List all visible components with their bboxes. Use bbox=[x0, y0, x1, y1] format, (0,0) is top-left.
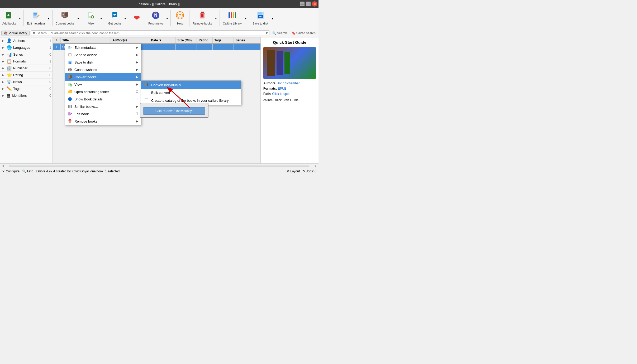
search-button[interactable]: 🔍 Search bbox=[271, 31, 289, 36]
col-size-header[interactable]: Size (MB) bbox=[176, 37, 197, 43]
ctx-open-folder-label: Open containing folder bbox=[74, 90, 134, 94]
series-icon: 📊 bbox=[7, 52, 12, 57]
authors-meta-value[interactable]: John Schember bbox=[277, 81, 300, 85]
save-to-disk-button[interactable]: Save to disk bbox=[251, 9, 270, 28]
book-spine-2 bbox=[277, 51, 283, 75]
convert-individually-icon bbox=[144, 82, 149, 88]
ctx-remove-books-label: Remove books bbox=[74, 119, 134, 123]
ctx-convert-books-label: Convert books bbox=[74, 75, 134, 79]
minimize-button[interactable]: — bbox=[300, 2, 305, 6]
authors-label: Authors bbox=[13, 39, 48, 43]
get-books-dropdown[interactable]: ▾ bbox=[123, 9, 127, 28]
help-button[interactable]: ? Help bbox=[172, 9, 188, 27]
find-button[interactable]: 🔍 Find bbox=[22, 169, 33, 173]
col-tags-header[interactable]: Tags bbox=[213, 37, 234, 43]
formats-meta-value[interactable]: EPUB bbox=[278, 87, 287, 90]
ctx-connect-share-icon bbox=[68, 67, 72, 72]
convert-books-button[interactable]: ↺ Convert books bbox=[54, 9, 76, 28]
sidebar-item-news[interactable]: ▶ 📡 News 0 bbox=[0, 79, 53, 85]
ctx-open-folder[interactable]: Open containing folder O bbox=[65, 88, 141, 95]
col-title-header[interactable]: Title bbox=[61, 37, 111, 43]
col-date-header[interactable]: Date ▼ bbox=[149, 37, 176, 43]
ctx-edit-book[interactable]: Edit book T bbox=[65, 110, 141, 118]
expand-arrow-publisher: ▶ bbox=[2, 67, 5, 70]
ctx-similar-books-label: Similar books... bbox=[74, 105, 134, 109]
layout-button[interactable]: ✕ Layout bbox=[287, 169, 300, 173]
remove-books-dropdown[interactable]: ▾ bbox=[214, 9, 218, 28]
publisher-icon: 🏢 bbox=[7, 66, 12, 71]
sidebar-item-authors[interactable]: ▶ 👤 Authors 1 bbox=[0, 37, 53, 44]
ctx-remove-books[interactable]: Remove books ▶ bbox=[65, 118, 141, 125]
sidebar-item-languages[interactable]: ▶ 🌐 Languages 1 bbox=[0, 44, 53, 51]
edit-metadata-dropdown[interactable]: ▾ bbox=[47, 9, 51, 28]
maximize-button[interactable]: ❐ bbox=[306, 2, 311, 6]
languages-icon: 🌐 bbox=[7, 45, 12, 50]
close-button[interactable]: ✕ bbox=[312, 1, 317, 7]
sidebar-item-identifiers[interactable]: ▶ ▦ Identifiers 0 bbox=[0, 92, 53, 99]
add-books-group: + Add books ▾ bbox=[1, 9, 22, 28]
sidebar-item-tags[interactable]: ▶ ✏️ Tags 0 bbox=[0, 85, 53, 92]
save-to-disk-icon bbox=[256, 11, 265, 21]
ctx-save-to-disk-label: Save to disk bbox=[74, 60, 134, 64]
submenu-convert-individually[interactable]: Convert individually bbox=[141, 81, 241, 89]
row-size bbox=[176, 44, 197, 50]
svg-text:N: N bbox=[154, 13, 157, 17]
col-author-header[interactable]: Author(s) bbox=[111, 37, 149, 43]
add-books-button[interactable]: + Add books bbox=[1, 9, 18, 28]
col-series-header[interactable]: Series bbox=[234, 37, 260, 43]
save-to-disk-dropdown[interactable]: ▾ bbox=[270, 9, 274, 28]
ctx-connect-share[interactable]: Connect/share ▶ bbox=[65, 66, 141, 73]
sidebar-item-rating[interactable]: ▶ ⭐ Rating 0 bbox=[0, 72, 53, 79]
view-button[interactable]: View bbox=[83, 9, 99, 28]
ctx-convert-books[interactable]: Convert books ▶ bbox=[65, 73, 141, 81]
ctx-show-book-details-shortcut: I bbox=[137, 97, 138, 101]
calibre-library-button[interactable]: Calibre Library bbox=[221, 9, 244, 28]
formats-count: 1 bbox=[49, 60, 51, 63]
search-input[interactable] bbox=[37, 31, 265, 35]
ctx-show-book-details[interactable]: i Show Book details I bbox=[65, 95, 141, 103]
svg-rect-36 bbox=[259, 16, 262, 17]
ctx-similar-books[interactable]: Similar books... ▶ bbox=[65, 103, 141, 110]
scrollbar-area[interactable]: ◄ ► bbox=[0, 163, 318, 168]
add-books-dropdown[interactable]: ▾ bbox=[18, 9, 22, 28]
ctx-save-to-disk[interactable]: Save to disk ▶ bbox=[65, 59, 141, 66]
convert-books-dropdown[interactable]: ▾ bbox=[76, 9, 80, 28]
remove-books-button[interactable]: Remove books bbox=[191, 9, 214, 28]
add-to-library-button[interactable]: ❤ bbox=[130, 9, 144, 27]
sidebar: ▶ 👤 Authors 1 ▶ 🌐 Languages 1 ▶ 📊 Series… bbox=[0, 37, 53, 163]
calibre-library-dropdown[interactable]: ▾ bbox=[244, 9, 248, 28]
col-rating-header[interactable]: Rating bbox=[197, 37, 213, 43]
row-num: 1 bbox=[53, 44, 61, 50]
search-gear-icon[interactable]: ⚙ bbox=[32, 31, 36, 35]
ctx-edit-metadata[interactable]: Edit metadata ▶ bbox=[65, 44, 141, 51]
svg-rect-43 bbox=[69, 54, 71, 56]
path-meta-value[interactable]: Click to open bbox=[272, 92, 290, 96]
convert-individually-tooltip-btn[interactable]: Click "Convert individually" bbox=[143, 107, 205, 115]
separator-6 bbox=[145, 10, 145, 26]
news-count: 0 bbox=[49, 80, 51, 84]
jobs-button[interactable]: ↻ Jobs: 0 bbox=[302, 169, 316, 173]
saved-search-button[interactable]: 🔖 Saved search bbox=[290, 31, 317, 36]
submenu-bulk-convert[interactable]: Bulk convert bbox=[141, 89, 241, 96]
search-dropdown-icon[interactable]: ▾ bbox=[266, 31, 268, 35]
sidebar-item-publisher[interactable]: ▶ 🏢 Publisher 0 bbox=[0, 65, 53, 72]
get-books-group: Get books ▾ bbox=[106, 9, 127, 28]
find-label: Find bbox=[27, 169, 33, 173]
ctx-send-to-device[interactable]: Send to device ▶ bbox=[65, 51, 141, 59]
ctx-view[interactable]: View ▶ bbox=[65, 81, 141, 88]
fetch-news-dropdown[interactable]: ▾ bbox=[165, 9, 169, 28]
edit-metadata-button[interactable]: Edit metadata bbox=[25, 9, 47, 28]
fetch-news-button[interactable]: N Fetch news bbox=[146, 9, 165, 28]
ctx-show-book-details-icon: i bbox=[68, 97, 72, 101]
tags-icon: ✏️ bbox=[7, 86, 12, 91]
configure-label: Configure bbox=[6, 169, 20, 173]
languages-label: Languages bbox=[13, 46, 48, 50]
sidebar-item-formats[interactable]: ▶ 📋 Formats 1 bbox=[0, 58, 53, 65]
view-dropdown[interactable]: ▾ bbox=[99, 9, 103, 28]
get-books-button[interactable]: Get books bbox=[106, 9, 123, 28]
virtual-library-button[interactable]: 📚 Virtual library bbox=[1, 31, 30, 36]
help-icon: ? bbox=[176, 11, 184, 21]
svg-rect-46 bbox=[69, 61, 71, 62]
sidebar-item-series[interactable]: ▶ 📊 Series 0 bbox=[0, 51, 53, 58]
configure-button[interactable]: ✕ Configure bbox=[2, 169, 20, 173]
